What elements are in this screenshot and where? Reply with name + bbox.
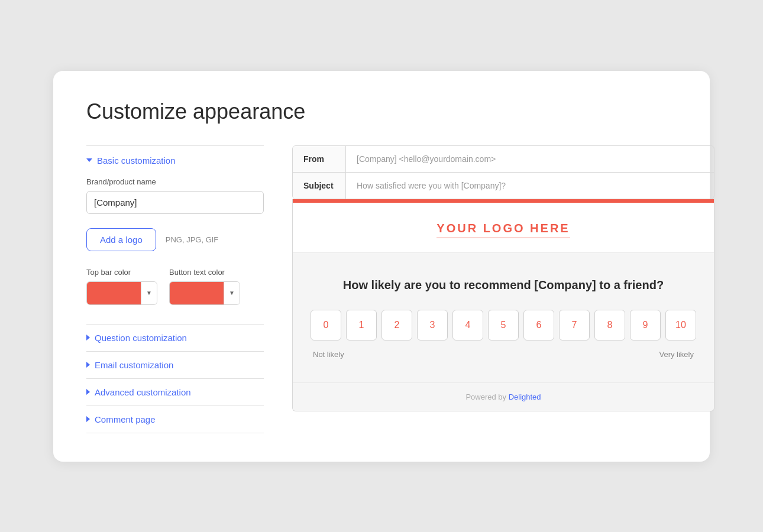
- subject-value: How satisfied were you with [Company]?: [346, 173, 714, 199]
- button-text-color-picker[interactable]: ▼: [169, 281, 240, 305]
- from-label: From: [293, 146, 346, 172]
- right-panel: From [Company] <hello@yourdomain.com> Su…: [292, 145, 714, 433]
- nps-btn-3[interactable]: 3: [417, 310, 448, 340]
- add-logo-button[interactable]: Add a logo: [86, 228, 156, 251]
- email-from-row: From [Company] <hello@yourdomain.com>: [293, 146, 714, 173]
- very-likely-label: Very likely: [659, 350, 694, 359]
- from-value: [Company] <hello@yourdomain.com>: [346, 146, 714, 172]
- email-meta-wrapper: From [Company] <hello@yourdomain.com> Su…: [292, 145, 714, 199]
- subject-label: Subject: [293, 173, 346, 199]
- preview-logo-area: YOUR LOGO HERE: [293, 203, 714, 253]
- email-subject-row: Subject How satisfied were you with [Com…: [293, 173, 714, 199]
- nps-btn-1[interactable]: 1: [346, 310, 377, 340]
- page-title: Customize appearance: [86, 99, 677, 124]
- button-text-color-label: Button text color: [169, 268, 240, 277]
- main-content: Basic customization Brand/product name A…: [86, 145, 677, 433]
- nps-scale: 0 1 2 3 4 5 6 7 8 9 10: [311, 310, 696, 340]
- preview-question: How likely are you to recommend [Company…: [311, 277, 696, 293]
- logo-placeholder-text: YOUR LOGO HERE: [437, 222, 570, 235]
- sidebar-item-advanced[interactable]: Advanced customization: [86, 378, 264, 406]
- chevron-right-icon-comment: [86, 416, 90, 422]
- basic-customization-label: Basic customization: [97, 155, 176, 166]
- top-bar-color-dropdown-icon: ▼: [141, 282, 157, 304]
- button-text-color-dropdown-icon: ▼: [224, 282, 240, 304]
- top-bar-color-label: Top bar color: [86, 268, 157, 277]
- main-card: Customize appearance Basic customization…: [53, 71, 710, 462]
- nps-btn-2[interactable]: 2: [382, 310, 412, 340]
- not-likely-label: Not likely: [313, 350, 344, 359]
- nps-btn-0[interactable]: 0: [311, 310, 341, 340]
- logo-placeholder: YOUR LOGO HERE: [437, 222, 570, 238]
- sidebar-item-email[interactable]: Email customization: [86, 351, 264, 378]
- nps-btn-4[interactable]: 4: [452, 310, 483, 340]
- nps-btn-8[interactable]: 8: [594, 310, 625, 340]
- chevron-right-icon-question: [86, 335, 90, 340]
- logo-hint: PNG, JPG, GIF: [166, 235, 219, 244]
- button-text-color-swatch: [170, 282, 224, 304]
- chevron-down-icon: [86, 158, 92, 162]
- logo-row: Add a logo PNG, JPG, GIF: [86, 228, 264, 251]
- sidebar-item-question[interactable]: Question customization: [86, 324, 264, 351]
- question-customization-label: Question customization: [95, 333, 187, 343]
- comment-page-label: Comment page: [95, 414, 156, 424]
- chevron-right-icon-email: [86, 362, 90, 368]
- color-row: Top bar color ▼ Button text color ▼: [86, 268, 264, 305]
- email-customization-label: Email customization: [95, 360, 173, 370]
- left-panel: Basic customization Brand/product name A…: [86, 145, 264, 433]
- nps-btn-6[interactable]: 6: [523, 310, 554, 340]
- button-text-color-field: Button text color ▼: [169, 268, 240, 305]
- email-preview: YOUR LOGO HERE How likely are you to rec…: [292, 199, 714, 411]
- basic-customization-header[interactable]: Basic customization: [86, 155, 264, 166]
- top-divider: [86, 145, 264, 146]
- brand-input[interactable]: [86, 191, 264, 214]
- top-bar-color-picker[interactable]: ▼: [86, 281, 157, 305]
- top-bar-color-swatch: [87, 282, 141, 304]
- sidebar-item-comment[interactable]: Comment page: [86, 406, 264, 433]
- brand-label: Brand/product name: [86, 177, 264, 186]
- nps-labels: Not likely Very likely: [311, 350, 696, 359]
- nps-btn-10[interactable]: 10: [665, 310, 696, 340]
- top-bar-color-field: Top bar color ▼: [86, 268, 157, 305]
- nps-btn-9[interactable]: 9: [630, 310, 661, 340]
- nps-btn-5[interactable]: 5: [488, 310, 519, 340]
- delighted-link[interactable]: Delighted: [509, 392, 541, 401]
- advanced-customization-label: Advanced customization: [95, 387, 191, 397]
- nps-btn-7[interactable]: 7: [559, 310, 590, 340]
- powered-by-text: Powered by: [465, 392, 508, 401]
- preview-footer: Powered by Delighted: [293, 382, 714, 411]
- chevron-right-icon-advanced: [86, 389, 90, 395]
- preview-body: How likely are you to recommend [Company…: [293, 253, 714, 382]
